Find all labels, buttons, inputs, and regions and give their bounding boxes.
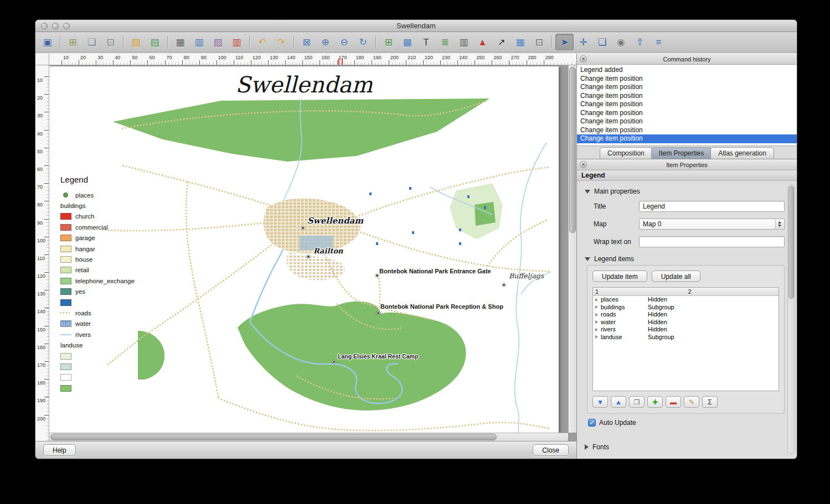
map-select[interactable]: Map 0 (639, 219, 785, 230)
add-item-button[interactable]: ✚ (647, 396, 663, 408)
fonts-section[interactable]: Fonts (585, 443, 785, 451)
add-group-button[interactable]: ❐ (629, 396, 645, 408)
redo-button[interactable]: ↷ (272, 34, 290, 50)
update-all-button[interactable]: Update all (652, 271, 700, 282)
expand-triangle-icon[interactable] (595, 335, 598, 339)
update-item-button[interactable]: Update item (592, 271, 647, 282)
legend-item-row[interactable]: landuse Subgroup (593, 334, 779, 341)
lock-items-button[interactable]: ◉ (612, 34, 630, 50)
expand-triangle-icon[interactable] (595, 313, 598, 316)
vertical-scrollbar[interactable] (568, 65, 576, 433)
expand-triangle-icon[interactable] (595, 328, 598, 331)
vertical-ruler[interactable]: 10 20 30 40 50 60 70 80 (35, 65, 49, 441)
zoom-window-button[interactable] (63, 23, 70, 29)
close-button[interactable]: Close (533, 444, 569, 456)
add-attribute-table-button[interactable]: ▦ (511, 34, 529, 50)
save-as-template-button[interactable]: ▤ (146, 34, 164, 50)
history-item[interactable]: Legend added (577, 66, 797, 75)
legend-entry: yes (60, 287, 160, 297)
remove-item-button[interactable]: ▬ (666, 396, 681, 408)
horizontal-scrollbar[interactable] (49, 433, 568, 441)
raise-items-button[interactable]: ⇧ (631, 34, 649, 50)
legend-item[interactable]: Legend places (60, 175, 160, 393)
titlebar[interactable]: Swellendam (35, 20, 797, 32)
composition-page[interactable]: Swellendam Legend places (49, 66, 559, 434)
legend-items-table[interactable]: 1 2 places Hidden (592, 287, 779, 391)
wrap-text-input[interactable] (639, 236, 785, 247)
add-legend-button[interactable]: ≣ (436, 34, 454, 50)
align-items-button[interactable]: ≡ (649, 34, 668, 50)
button-icon: Σ (708, 398, 712, 406)
zoom-in-button[interactable]: ⊕ (316, 34, 334, 50)
legend-item-row[interactable]: rivers Hidden (593, 326, 779, 334)
add-html-frame-button[interactable]: ⊡ (530, 34, 548, 50)
legend-entry-label: water (75, 320, 91, 327)
print-button[interactable]: ▦ (171, 34, 189, 50)
history-item[interactable]: Change item position (577, 100, 797, 109)
toolbar-icon: ▥ (459, 38, 468, 47)
undo-button[interactable]: ↶ (253, 34, 271, 50)
vertical-scrollbar-thumb[interactable] (569, 67, 576, 233)
stepper-arrows-icon[interactable] (775, 220, 783, 228)
title-input[interactable]: Legend (639, 201, 785, 212)
composition-manager-button[interactable]: ⊡ (101, 34, 120, 50)
add-shape-button[interactable]: ▲ (473, 34, 492, 50)
export-svg-button[interactable]: ▧ (209, 34, 227, 50)
refresh-view-button[interactable]: ↻ (354, 34, 372, 50)
history-item[interactable]: Change item position (577, 134, 797, 143)
panel-scrollbar-thumb[interactable] (788, 186, 794, 299)
help-button[interactable]: Help (43, 444, 76, 456)
add-label-button[interactable]: T (417, 34, 435, 50)
main-properties-section[interactable]: Main properties (585, 188, 785, 195)
horizontal-ruler[interactable]: 10 20 30 40 50 60 70 80 (49, 54, 576, 65)
export-pdf-button[interactable]: ▥ (228, 34, 246, 50)
history-item[interactable]: Change item position (577, 92, 797, 101)
export-image-button[interactable]: ▥ (190, 34, 208, 50)
select-move-item-button[interactable]: ➤ (555, 34, 574, 50)
history-item[interactable]: Change item position (577, 117, 797, 126)
load-from-template-button[interactable]: ▨ (127, 34, 145, 50)
add-image-button[interactable]: ▩ (398, 34, 416, 50)
close-window-button[interactable] (41, 23, 48, 29)
zoom-out-button[interactable]: ⊖ (335, 34, 353, 50)
add-map-button[interactable]: ⊞ (379, 34, 398, 50)
save-composition-button[interactable]: ▣ (38, 34, 56, 50)
composition-canvas[interactable]: Swellendam Legend places (49, 65, 576, 441)
zoom-full-button[interactable]: ⊠ (297, 34, 316, 50)
count-features-button[interactable]: Σ (702, 396, 718, 408)
ruler-tick: 160 (35, 344, 49, 361)
history-item[interactable]: Change item position (577, 126, 797, 135)
add-arrow-button[interactable]: ↗ (492, 34, 511, 50)
expand-triangle-icon[interactable] (595, 298, 598, 302)
move-item-content-button[interactable]: ✛ (574, 34, 592, 50)
map-title-label[interactable]: Swellendam (49, 72, 559, 97)
legend-item-row[interactable]: water Hidden (593, 319, 779, 326)
tab-item-properties[interactable]: Item Properties (651, 147, 712, 159)
horizontal-scrollbar-thumb[interactable] (50, 434, 497, 440)
move-item-up-button[interactable]: ▲ (611, 396, 626, 408)
move-item-down-button[interactable]: ▼ (592, 396, 608, 408)
history-item[interactable]: Change item position (577, 83, 797, 92)
tab-composition[interactable]: Composition (600, 147, 652, 159)
legend-items-section[interactable]: Legend items (585, 255, 785, 263)
add-scalebar-button[interactable]: ▥ (455, 34, 473, 50)
expand-triangle-icon[interactable] (595, 320, 598, 324)
panel-tabs: Composition Item Properties Atlas genera… (577, 146, 797, 159)
close-panel-icon[interactable]: ✕ (580, 55, 587, 63)
new-composition-button[interactable]: ⊞ (64, 34, 82, 50)
legend-item-row[interactable]: roads Hidden (593, 311, 779, 319)
history-item[interactable]: Change item position (577, 109, 797, 118)
tab-atlas-generation[interactable]: Atlas generation (710, 147, 774, 159)
expand-triangle-icon[interactable] (595, 305, 598, 309)
close-panel-icon[interactable]: ✕ (580, 161, 587, 168)
history-item[interactable]: Change item position (577, 75, 797, 84)
edit-item-button[interactable]: ✎ (684, 396, 699, 408)
panel-scrollbar[interactable] (787, 184, 795, 454)
ruler-tick: 270 (509, 54, 526, 65)
legend-item-row[interactable]: buildings Subgroup (593, 304, 779, 311)
auto-update-checkbox[interactable] (588, 419, 596, 427)
duplicate-composition-button[interactable]: ❏ (83, 34, 101, 50)
minimize-window-button[interactable] (52, 23, 59, 29)
legend-item-row[interactable]: places Hidden (593, 296, 779, 304)
group-items-button[interactable]: ❏ (593, 34, 611, 50)
